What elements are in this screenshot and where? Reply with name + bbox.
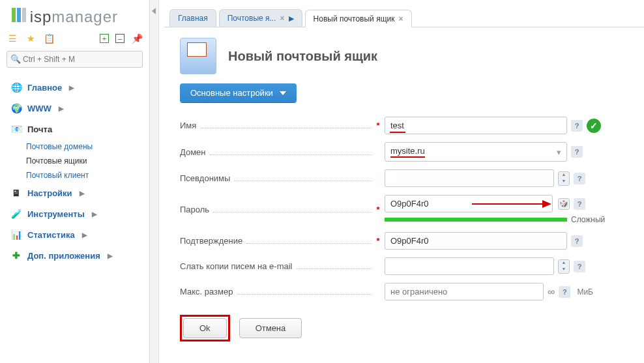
logo-suffix: manager (51, 8, 118, 25)
chevron-right-icon: ▶ (289, 14, 294, 23)
sidebar-sub-mail-domains[interactable]: Почтовые домены (26, 139, 149, 154)
sidebar-item-main[interactable]: 🌐Главное▶ (8, 77, 149, 98)
help-icon[interactable]: ? (571, 146, 583, 158)
tab-label: Новый почтовый ящик (314, 14, 395, 23)
tab-home[interactable]: Главная (169, 9, 216, 27)
sidebar-item-mail[interactable]: 📧Почта (8, 119, 149, 139)
chevron-down-icon (280, 91, 286, 95)
label-name: Имя (180, 121, 196, 130)
sidebar-sub-mailboxes[interactable]: Почтовые ящики (26, 154, 149, 168)
sidebar-toolbar: ☰ ★ 📋 + – 📌 (0, 30, 149, 47)
label-confirm: Подтверждение (180, 236, 242, 246)
infinity-icon[interactable]: ∞ (548, 286, 555, 298)
check-icon: ✓ (587, 119, 601, 133)
section-toggle[interactable]: Основные настройки (180, 83, 297, 102)
sidebar-item-label: Доп. приложения (27, 251, 100, 261)
aliases-stepper[interactable]: ▲▼ (558, 171, 570, 186)
collapse-sidebar-icon[interactable] (152, 8, 156, 14)
star-icon[interactable]: ★ (25, 33, 37, 44)
help-icon[interactable]: ? (574, 198, 585, 210)
search-box[interactable]: 🔍 (7, 51, 143, 68)
cancel-button[interactable]: Отмена (239, 318, 302, 338)
label-size: Макс. размер (180, 287, 233, 297)
section-label: Основные настройки (190, 88, 273, 98)
label-domain: Домен (180, 147, 206, 157)
help-icon[interactable]: ? (571, 235, 583, 247)
sidebar-item-stats[interactable]: 📊Статистика▶ (8, 224, 149, 245)
split-handle[interactable] (150, 0, 159, 363)
list-icon[interactable]: ☰ (7, 33, 18, 44)
label-aliases: Псевдонимы (180, 173, 230, 183)
tab-new-mailbox[interactable]: Новый почтовый ящик× (305, 10, 412, 27)
sidebar-item-label: Почта (27, 124, 52, 134)
search-icon: 🔍 (10, 54, 21, 64)
ok-button[interactable]: Ok (183, 318, 227, 338)
confirm-input[interactable] (385, 232, 567, 250)
chevron-down-icon: ▾ (557, 147, 561, 157)
annotation-arrow (472, 203, 550, 205)
sidebar-item-label: Настройки (27, 188, 72, 198)
sidebar-item-label: Главное (27, 83, 62, 93)
expand-all-button[interactable]: + (100, 34, 109, 43)
sidebar-item-www[interactable]: 🌍WWW▶ (8, 98, 149, 119)
help-icon[interactable]: ? (574, 261, 585, 272)
sidebar-mail-children: Почтовые домены Почтовые ящики Почтовый … (8, 139, 149, 182)
sidebar-item-label: Инструменты (27, 209, 85, 219)
sidebar-item-tools[interactable]: 🧪Инструменты▶ (8, 203, 149, 224)
annotation-highlight: Ok (180, 315, 230, 341)
sidebar-item-addons[interactable]: ✚Доп. приложения▶ (8, 245, 149, 266)
password-strength-bar (385, 218, 567, 222)
logo: ispmanager (0, 0, 149, 30)
size-unit: МиБ (577, 287, 593, 297)
label-password: Пароль (180, 205, 209, 214)
collapse-all-button[interactable]: – (115, 34, 124, 43)
sidebar-item-label: Статистика (27, 230, 75, 240)
search-input[interactable] (7, 51, 143, 68)
pin-icon[interactable]: 📌 (131, 33, 143, 44)
help-icon[interactable]: ? (559, 286, 570, 298)
domain-value: mysite.ru (390, 146, 425, 158)
cc-stepper[interactable]: ▲▼ (558, 259, 570, 274)
tab-mailboxes[interactable]: Почтовые я...×▶ (219, 9, 302, 27)
label-cc: Слать копии писем на e-mail (180, 261, 293, 271)
logo-prefix: isp (30, 8, 52, 25)
sidebar-sub-mail-client[interactable]: Почтовый клиент (26, 168, 149, 182)
tab-label: Главная (178, 14, 208, 23)
domain-select[interactable]: mysite.ru ▾ (385, 142, 567, 162)
password-strength-label: Сложный (571, 215, 605, 224)
close-icon[interactable]: × (280, 14, 285, 23)
page-title: Новый почтовый ящик (228, 49, 377, 64)
generate-password-button[interactable]: 🎲 (558, 198, 570, 210)
size-input[interactable] (385, 283, 544, 300)
clipboard-icon[interactable]: 📋 (43, 33, 55, 44)
tab-bar: Главная Почтовые я...×▶ Новый почтовый я… (164, 0, 644, 27)
close-icon[interactable]: × (398, 14, 403, 23)
help-icon[interactable]: ? (574, 173, 585, 184)
mailbox-icon (180, 38, 216, 74)
cc-input[interactable] (385, 257, 554, 275)
help-icon[interactable]: ? (571, 120, 583, 132)
sidebar-item-label: WWW (27, 104, 51, 113)
aliases-input[interactable] (385, 169, 554, 187)
tab-label: Почтовые я... (227, 14, 276, 23)
sidebar-item-settings[interactable]: 🖥Настройки▶ (8, 182, 149, 203)
name-input[interactable] (385, 117, 567, 134)
